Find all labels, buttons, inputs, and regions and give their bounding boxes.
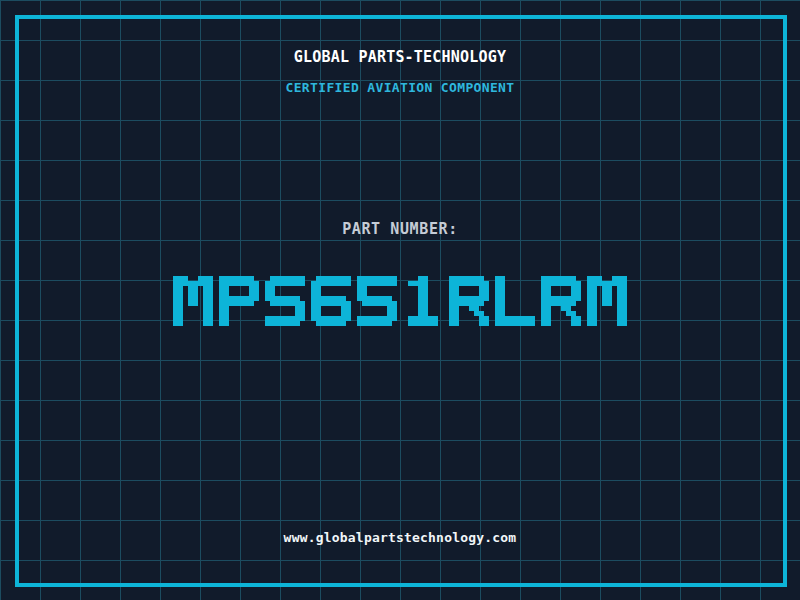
part-number-label: PART NUMBER: bbox=[0, 222, 800, 237]
brand-title: GLOBAL PARTS-TECHNOLOGY bbox=[0, 50, 800, 65]
part-label-page: { "header": { "title": "GLOBAL PARTS-TEC… bbox=[0, 0, 800, 600]
part-number-pixel-text bbox=[173, 276, 627, 326]
certification-subtitle: CERTIFIED AVIATION COMPONENT bbox=[0, 81, 800, 94]
part-number-display bbox=[0, 276, 800, 326]
website-url[interactable]: www.globalpartstechnology.com bbox=[0, 531, 800, 544]
